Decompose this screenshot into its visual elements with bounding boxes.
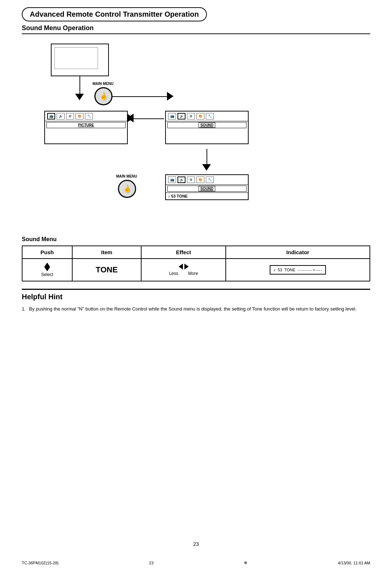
icon-input-picture: ⚙ (66, 113, 74, 119)
item-cell: TONE (72, 259, 142, 281)
hand-icon: ☝ (98, 90, 109, 102)
col-effect: Effect (141, 246, 226, 259)
section-sound-menu-operation: Sound Menu Operation (22, 24, 370, 34)
indicator-label: TONE (284, 268, 295, 272)
music-note-icon: ♪ (273, 267, 275, 272)
col-item: Item (72, 246, 142, 259)
main-menu-btn-1: ☝ (94, 87, 113, 105)
hint-item-1: 1. By pushing the normal "N" button on t… (22, 305, 370, 313)
table-row: Select TONE Less (22, 259, 370, 281)
page-title: Advanced Remote Control Transmitter Oper… (22, 7, 207, 21)
hint-number: 1. (22, 305, 26, 313)
arrow-down-2 (202, 164, 211, 171)
indicator-bar-dashes: ---------+---- (298, 268, 322, 272)
helpful-hint-title: Helpful Hint (22, 293, 370, 301)
push-cell: Select (22, 259, 72, 281)
push-arrow-down (44, 267, 50, 271)
icon-sound-sound: 🔊 (177, 113, 185, 119)
main-menu-label-2: MAIN MENU (116, 174, 137, 178)
arrow-down-1 (75, 94, 84, 100)
push-arrows-cell: Select (27, 263, 68, 277)
push-arrow-up (44, 263, 50, 267)
icon-color-sound: 🎨 (196, 113, 204, 119)
sound-menu-section: Sound Menu Push Item Effect Indicator (22, 236, 370, 281)
sound-menu-box-top: 📺 🔊 ⚙ 🎨 🔧 SOUND (165, 111, 249, 144)
icon-sound-picture: 🔊 (57, 113, 65, 119)
push-up-down (44, 263, 50, 271)
sound-content-top (166, 129, 248, 143)
item-tone: TONE (96, 265, 118, 274)
page-footer: TC-36PM10Z(15-28) 23 ⊕ 4/13/00, 11:01 AM (22, 560, 370, 565)
picture-menu-box: 📺 🔊 ⚙ 🎨 🔧 PICTURE (44, 111, 128, 144)
sound-menu-icons: 📺 🔊 ⚙ 🎨 🔧 (166, 111, 248, 121)
icon-color-picture: 🎨 (75, 113, 83, 119)
helpful-hint-section: Helpful Hint 1. By pushing the normal "N… (22, 289, 370, 313)
icon-extra-tone: 🔧 (206, 177, 214, 183)
arrow-right-1 (167, 92, 173, 101)
footer-right: 4/13/00, 11:01 AM (338, 561, 370, 565)
effect-more: More (188, 271, 198, 276)
connector-h1 (113, 96, 171, 97)
title-text: Advanced Remote Control Transmitter Oper… (30, 10, 199, 18)
arrow-right-icon (127, 114, 134, 122)
footer-left: TC-36PM10Z(15-28) (22, 561, 58, 565)
picture-menu-icons: 📺 🔊 ⚙ 🎨 🔧 (45, 111, 127, 121)
effect-less: Less (169, 271, 178, 276)
indicator-cell: ♪ 53 TONE ---------+---- (226, 259, 370, 281)
hand-icon-2: ☝ (121, 183, 133, 194)
page-number: 23 (193, 541, 199, 547)
tv-screen-box (51, 44, 109, 76)
tone-row: ♪ 53 TONE (166, 192, 248, 199)
effect-arrows (179, 264, 189, 269)
hint-text: By pushing the normal "N" button on the … (29, 306, 356, 312)
picture-content (45, 129, 127, 143)
sound-label-top: SOUND (167, 122, 246, 128)
picture-label: PICTURE (46, 122, 126, 128)
icon-tv-picture: 📺 (47, 113, 55, 119)
icon-tv-sound: 📺 (168, 113, 176, 119)
icon-sound-tone: 🔊 (177, 177, 185, 183)
push-select-label: Select (41, 272, 53, 277)
sound-menu-title: Sound Menu (22, 236, 370, 243)
icon-tv-tone: 📺 (168, 177, 176, 183)
page-container: Advanced Remote Control Transmitter Oper… (0, 0, 392, 335)
icon-input-sound: ⚙ (187, 113, 195, 119)
effect-content: Less More (146, 264, 221, 276)
sound-tone-box: 📺 🔊 ⚙ 🎨 🔧 SOUND ♪ 53 TONE (165, 174, 249, 200)
icon-extra-picture: 🔧 (85, 113, 93, 119)
diagram-area: MAIN MENU ☝ 📺 🔊 ⚙ 🎨 🔧 PICTURE (22, 40, 370, 229)
icon-extra-sound: 🔧 (206, 113, 214, 119)
sound-tone-menu-icons: 📺 🔊 ⚙ 🎨 🔧 (166, 175, 248, 185)
sound-table: Push Item Effect Indicator Select (22, 246, 370, 281)
effect-arrow-right (184, 264, 189, 269)
indicator-number: 53 (278, 268, 282, 272)
footer-center: 23 (149, 561, 154, 565)
effect-cell: Less More (141, 259, 226, 281)
icon-color-tone: 🎨 (196, 177, 204, 183)
table-header-row: Push Item Effect Indicator (22, 246, 370, 259)
col-push: Push (22, 246, 72, 259)
indicator-display: ♪ 53 TONE ---------+---- (270, 265, 326, 275)
effect-labels: Less More (169, 271, 198, 276)
crosshair-icon: ⊕ (244, 560, 247, 565)
connector-v1b (79, 76, 80, 84)
main-menu-label-1: MAIN MENU (93, 82, 114, 86)
connector-h2 (128, 118, 164, 119)
icon-input-tone: ⚙ (187, 177, 195, 183)
effect-arrow-left (179, 264, 183, 269)
main-menu-btn-2: ☝ (118, 180, 136, 198)
sound-label-bottom: SOUND (167, 186, 246, 192)
col-indicator: Indicator (226, 246, 370, 259)
tv-screen-inner (54, 47, 98, 69)
